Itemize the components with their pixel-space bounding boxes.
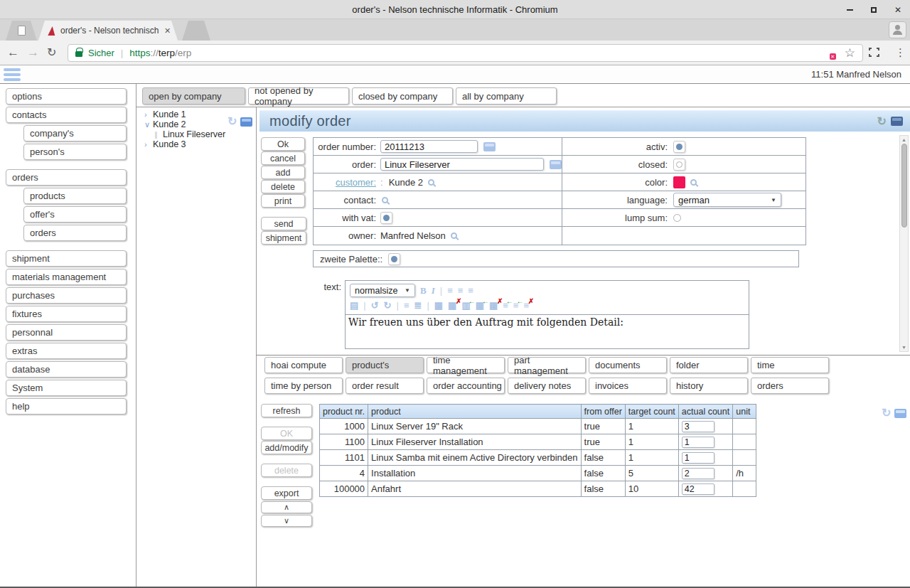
panel-refresh-icon[interactable]: ↻ [877, 117, 887, 127]
undo-icon[interactable]: ↺ [371, 301, 379, 311]
align-right-icon[interactable]: ≡ [468, 286, 473, 296]
customer-link[interactable]: customer: [336, 177, 376, 188]
order-action-button[interactable]: delete [261, 180, 305, 193]
order-action-button[interactable]: add [261, 166, 305, 179]
customer-search-icon[interactable] [428, 179, 434, 186]
insert-column-right-icon[interactable]: ▦← [476, 301, 484, 311]
italic-icon[interactable]: I [432, 286, 435, 296]
actual-count-input[interactable] [682, 452, 714, 464]
sidebar-item[interactable]: purchases [6, 287, 127, 304]
contact-search-icon[interactable] [382, 197, 388, 203]
insert-table-icon[interactable]: ▦ [434, 301, 443, 311]
font-size-select[interactable]: normalsize ▼ [350, 284, 415, 297]
delete-button[interactable]: delete [261, 464, 312, 477]
table-row[interactable]: 100000 Anfahrt false 10 [320, 481, 756, 497]
zweite-palette-radio[interactable] [388, 253, 400, 265]
detail-tab[interactable]: delivery notes [508, 378, 586, 394]
vertical-scrollbar[interactable]: ▲ ▼ [899, 135, 909, 352]
sidebar-item[interactable]: products [23, 188, 127, 204]
move-up-button[interactable]: ∧ [261, 501, 312, 513]
detail-tab[interactable]: part management [508, 357, 586, 373]
sidebar-item[interactable]: orders [6, 169, 127, 186]
table-row[interactable]: 1000 Linux Server 19" Rack true 1 [320, 419, 756, 434]
sidebar-item[interactable]: shipment [6, 250, 127, 267]
detail-tab[interactable]: orders [751, 378, 829, 394]
actual-count-input[interactable] [682, 421, 714, 432]
profile-avatar[interactable] [889, 21, 906, 38]
tree-item[interactable]: › Kunde 3 [139, 139, 255, 149]
separator[interactable]: | [427, 301, 429, 311]
delete-row-icon[interactable]: ≡✗ [523, 301, 529, 311]
actual-count-input[interactable] [682, 437, 714, 448]
tree-folder-icon[interactable] [240, 117, 252, 127]
table-row[interactable]: 1100 Linux Fileserver Installation true … [320, 434, 756, 450]
filter-tab[interactable]: not opened by company [248, 87, 349, 105]
delete-table-icon[interactable]: ▦✗ [448, 301, 456, 311]
sidebar-item[interactable]: extras [6, 343, 127, 359]
scroll-up-icon[interactable]: ▲ [900, 137, 908, 142]
sidebar-item[interactable]: orders [23, 225, 127, 241]
tree-expander-icon[interactable]: ∨ [144, 120, 153, 129]
new-tab-button[interactable] [182, 21, 210, 41]
align-center-icon[interactable]: ≡ [458, 286, 464, 296]
table-refresh-icon[interactable]: ↻ [882, 408, 891, 418]
bold-icon[interactable]: B [420, 286, 427, 296]
rich-text-editor[interactable]: normalsize ▼ B I | [345, 280, 749, 349]
fullscreen-icon[interactable] [869, 48, 879, 57]
color-search-icon[interactable] [690, 179, 697, 186]
lock-icon[interactable] [75, 51, 82, 57]
detail-tab[interactable]: time management [427, 357, 505, 373]
lump-sum-radio[interactable] [673, 214, 681, 222]
address-bar[interactable]: Sicher | https://terp/erp ✕ ☆ [68, 44, 863, 62]
detail-tab[interactable]: order result [346, 378, 424, 394]
bullet-list-icon[interactable]: ≡ [404, 301, 410, 311]
sidebar-item[interactable]: contacts [6, 107, 127, 123]
order-action-button[interactable]: shipment [261, 231, 306, 245]
detail-tab[interactable]: documents [589, 357, 667, 373]
sidebar-item[interactable]: person's [23, 144, 127, 160]
detail-tab[interactable]: hoai compute [264, 357, 343, 373]
scroll-down-icon[interactable]: ▼ [900, 345, 908, 350]
move-down-button[interactable]: ∨ [261, 515, 312, 527]
filter-tab[interactable]: closed by company [352, 87, 453, 105]
content-blocked-icon[interactable]: ✕ [824, 48, 835, 58]
refresh-button[interactable]: refresh [261, 404, 312, 417]
order-action-button[interactable]: send [261, 217, 306, 230]
closed-radio[interactable] [673, 159, 685, 171]
detail-tab[interactable]: folder [670, 357, 748, 373]
tree-expander-icon[interactable]: › [144, 110, 153, 119]
active-tab[interactable]: order's - Nelson technisch ✕ [38, 21, 178, 41]
filter-tab[interactable]: open by company [142, 87, 245, 105]
sidebar-item[interactable]: options [6, 88, 127, 105]
tree-refresh-icon[interactable]: ↻ [228, 117, 237, 127]
hamburger-menu-icon[interactable] [4, 68, 22, 83]
insert-row-below-icon[interactable]: ≡← [513, 301, 519, 311]
save-icon[interactable]: ▤ [350, 301, 358, 311]
detail-tab[interactable]: order accounting [427, 378, 505, 394]
sidebar-item[interactable]: fixtures [6, 306, 127, 322]
detail-tab[interactable]: history [670, 378, 748, 394]
detail-tab[interactable]: product's [346, 357, 424, 373]
align-left-icon[interactable]: ≡ [447, 286, 453, 296]
bookmark-star-icon[interactable]: ☆ [845, 46, 855, 60]
ok-button[interactable]: OK [261, 427, 312, 440]
table-row[interactable]: 4 Installation false 5 /h [320, 466, 756, 481]
separator[interactable]: | [397, 301, 399, 311]
back-button[interactable]: ← [7, 46, 19, 59]
numbered-list-icon[interactable]: ≣ [414, 301, 422, 311]
detail-tab[interactable]: invoices [589, 378, 667, 394]
actual-count-input[interactable] [682, 483, 714, 495]
delete-column-icon[interactable]: ▦✗ [489, 301, 498, 311]
panel-save-icon[interactable] [891, 117, 903, 126]
activ-radio[interactable] [673, 141, 685, 153]
insert-column-left-icon[interactable]: ▥← [461, 301, 470, 311]
sidebar-item[interactable]: offer's [23, 206, 127, 223]
sidebar-item[interactable]: company's [23, 125, 127, 141]
order-action-button[interactable]: cancel [261, 151, 305, 165]
tree-expander-icon[interactable]: ∥ [154, 131, 163, 139]
detail-tab[interactable]: time by person [264, 378, 343, 394]
sidebar-item[interactable]: materials management [6, 269, 127, 285]
insert-row-above-icon[interactable]: ≡← [503, 301, 508, 311]
order-action-button[interactable]: Ok [261, 137, 305, 151]
minimize-button[interactable] [843, 4, 856, 16]
